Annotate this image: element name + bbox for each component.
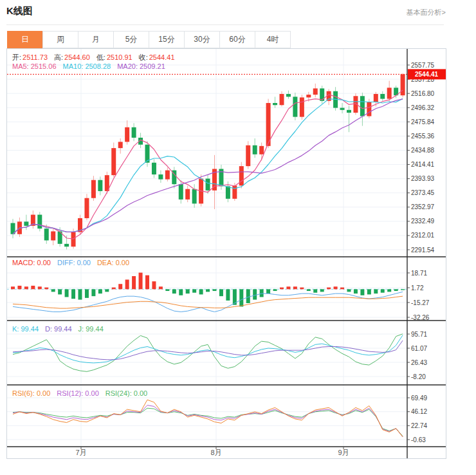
svg-text:2455.36: 2455.36: [411, 133, 435, 140]
chart-canvas[interactable]: 2557.752537.282516.802496.322475.842455.…: [7, 49, 446, 458]
svg-text:2475.84: 2475.84: [411, 118, 435, 126]
svg-text:2496.32: 2496.32: [411, 104, 435, 111]
svg-text:-8.20: -8.20: [411, 373, 426, 380]
tab-5min[interactable]: 5分: [113, 31, 149, 48]
svg-text:2414.41: 2414.41: [411, 161, 435, 168]
svg-text:26.43: 26.43: [411, 359, 427, 366]
svg-text:2332.49: 2332.49: [411, 218, 435, 225]
fundamental-analysis-link[interactable]: 基本面分析>: [407, 8, 446, 17]
svg-text:2291.54: 2291.54: [411, 247, 435, 254]
kline-page: K线图 基本面分析> 日 周 月 5分 15分 30分 60分 4时 2557.…: [0, 0, 476, 475]
tab-30min[interactable]: 30分: [184, 31, 220, 48]
tab-4hour[interactable]: 4时: [255, 31, 291, 48]
svg-text:1.72: 1.72: [411, 284, 424, 292]
svg-text:2312.01: 2312.01: [411, 232, 435, 239]
tab-month[interactable]: 月: [78, 31, 114, 48]
tab-15min[interactable]: 15分: [149, 31, 185, 48]
chart-widget: 2557.752537.282516.802496.322475.842455.…: [6, 48, 446, 459]
svg-text:2557.75: 2557.75: [411, 62, 435, 69]
svg-text:69.49: 69.49: [411, 395, 427, 402]
svg-text:2516.80: 2516.80: [411, 90, 435, 97]
svg-text:61.07: 61.07: [411, 345, 427, 352]
svg-text:-15.27: -15.27: [411, 299, 430, 306]
svg-text:22.74: 22.74: [411, 422, 427, 429]
svg-text:2393.93: 2393.93: [411, 175, 435, 182]
svg-text:2544.41: 2544.41: [415, 71, 439, 78]
svg-text:2373.45: 2373.45: [411, 189, 435, 196]
page-title: K线图: [6, 5, 33, 17]
svg-text:18.71: 18.71: [411, 270, 427, 277]
svg-text:2352.97: 2352.97: [411, 203, 435, 210]
svg-text:7月: 7月: [75, 449, 86, 456]
svg-text:46.12: 46.12: [411, 408, 427, 415]
tab-week[interactable]: 周: [42, 31, 78, 48]
svg-text:-32.26: -32.26: [411, 314, 430, 321]
tab-60min[interactable]: 60分: [219, 31, 255, 48]
tab-day[interactable]: 日: [7, 31, 43, 48]
svg-text:8月: 8月: [210, 449, 221, 456]
svg-text:-0.63: -0.63: [411, 436, 426, 443]
header-divider: [6, 24, 444, 25]
svg-text:95.71: 95.71: [411, 331, 427, 338]
period-tabbar: 日 周 月 5分 15分 30分 60分 4时: [7, 31, 291, 48]
svg-text:2434.88: 2434.88: [411, 147, 435, 154]
svg-text:9月: 9月: [338, 449, 349, 456]
